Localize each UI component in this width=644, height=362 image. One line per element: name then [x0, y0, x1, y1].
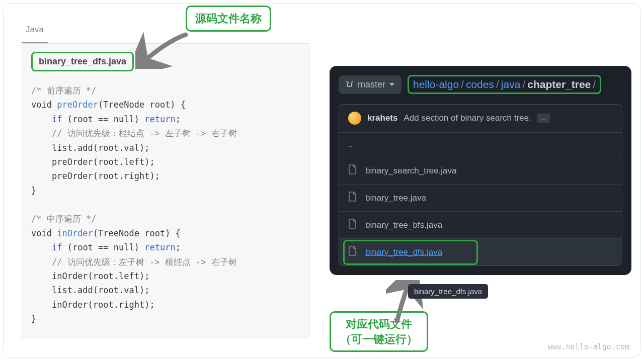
file-row[interactable]: binary_tree_bfs.java	[339, 211, 622, 238]
tab-java[interactable]: Java	[22, 25, 48, 43]
github-repo-panel: master hello-algo / codes / java / chapt…	[330, 66, 631, 275]
breadcrumb-link[interactable]: java	[501, 78, 521, 90]
file-icon	[348, 246, 357, 256]
avatar	[348, 112, 361, 125]
latest-commit-row[interactable]: krahets Add section of binary search tre…	[339, 105, 622, 132]
watermark: www.hello-algo.com	[547, 342, 629, 351]
chevron-down-icon	[389, 83, 394, 86]
file-name: binary_tree_bfs.java	[365, 220, 442, 230]
file-name: binary_search_tree.java	[365, 166, 456, 176]
arrow-down-left-icon	[135, 31, 191, 69]
breadcrumb-link[interactable]: codes	[466, 78, 494, 90]
file-name: binary_tree.java	[365, 193, 426, 203]
file-name: binary_tree_dfs.java	[365, 247, 442, 257]
parent-label: ..	[348, 140, 353, 150]
file-row[interactable]: binary_tree_dfs.java	[339, 238, 622, 265]
file-icon	[348, 219, 357, 229]
branch-icon	[346, 80, 354, 88]
ellipsis-button[interactable]: …	[537, 114, 550, 123]
branch-name: master	[358, 79, 385, 90]
hover-tooltip: binary_tree_dfs.java	[408, 284, 488, 299]
file-row[interactable]: binary_search_tree.java	[339, 157, 622, 184]
commit-author: krahets	[367, 113, 397, 123]
branch-selector[interactable]: master	[339, 75, 401, 94]
file-icon	[348, 164, 357, 174]
file-icon	[348, 192, 357, 202]
commit-message: Add section of binary search tree.	[404, 113, 531, 123]
parent-directory-link[interactable]: ..	[339, 132, 622, 157]
filename-label: binary_tree_dfs.java	[31, 52, 134, 71]
breadcrumb-current: chapter_tree	[527, 78, 591, 90]
repo-breadcrumb: hello-algo / codes / java / chapter_tree…	[408, 75, 601, 94]
breadcrumb-link[interactable]: hello-algo	[413, 78, 459, 90]
file-row[interactable]: binary_tree.java	[339, 184, 622, 211]
label-source-filename: 源码文件名称	[186, 6, 271, 32]
code-editor-panel: Java binary_tree_dfs.java /* 前序遍历 */ voi…	[22, 25, 309, 338]
code-block: /* 前序遍历 */ void preOrder(TreeNode root) …	[31, 83, 300, 326]
